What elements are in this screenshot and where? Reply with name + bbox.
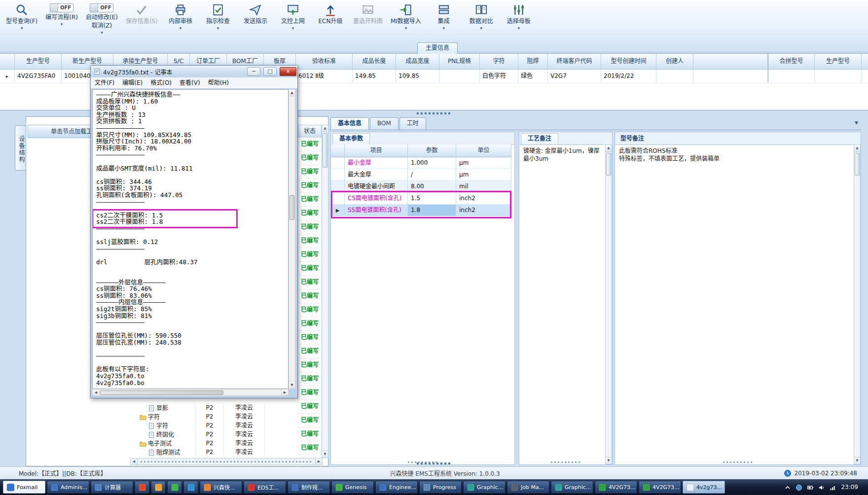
notepad-text-area[interactable]: ————广州兴森快捷拼板信息——成品板厚(MM): 1.60交货单位 : U生产… bbox=[92, 89, 289, 389]
scroll-down-icon[interactable]: ▼ bbox=[289, 382, 295, 389]
tray-battery-icon[interactable] bbox=[807, 484, 814, 491]
taskbar-button-graphic1[interactable]: Graphic... bbox=[463, 481, 506, 494]
param-value-cell[interactable]: 8.00 bbox=[408, 181, 456, 193]
status-value[interactable]: 已编写 bbox=[298, 262, 322, 276]
dropdown-caret-icon[interactable]: ▾ bbox=[292, 26, 294, 30]
tray-ime-icon[interactable] bbox=[796, 484, 802, 491]
minimize-button[interactable]: − bbox=[247, 67, 260, 76]
status-value[interactable]: 已编写 bbox=[298, 248, 322, 262]
param-item-cell[interactable]: 最大金厚 bbox=[345, 169, 408, 181]
dropdown-caret-icon[interactable]: ▾ bbox=[61, 22, 63, 26]
tab-工时[interactable]: 工时 bbox=[399, 117, 426, 130]
grid-cell[interactable] bbox=[656, 70, 693, 83]
tab-device-structure[interactable]: 设备结构 bbox=[15, 125, 26, 171]
param-unit-cell[interactable]: μm bbox=[456, 157, 511, 169]
taskbar-button-foxmail[interactable]: Foxmail bbox=[3, 481, 45, 494]
scroll-left-icon[interactable]: ◀ bbox=[93, 389, 100, 395]
param-unit-cell[interactable]: inch2 bbox=[456, 205, 511, 216]
status-column-header[interactable]: 状态 bbox=[298, 125, 322, 138]
grid-col-header[interactable] bbox=[0, 54, 15, 70]
menu-item[interactable]: 格式(O) bbox=[146, 78, 176, 88]
taskbar-button-zhizuo[interactable]: 制作规... bbox=[288, 481, 330, 494]
taskbar-button-browser-red[interactable] bbox=[135, 481, 149, 494]
status-value[interactable]: 已编写 bbox=[298, 317, 322, 331]
status-value[interactable]: 已编写 bbox=[298, 331, 322, 345]
dropdown-caret-icon[interactable]: ▾ bbox=[217, 26, 219, 30]
param-unit-cell[interactable]: inch2 bbox=[456, 193, 511, 205]
params-col-header[interactable]: 参数 bbox=[408, 144, 456, 157]
param-value-cell[interactable]: 1.8 bbox=[408, 205, 456, 216]
grid-cell[interactable]: 6012 Ⅱ级 bbox=[296, 70, 353, 83]
param-item-cell[interactable]: SS面电镀面积(含孔) bbox=[345, 205, 408, 216]
tray-expand-icon[interactable] bbox=[784, 484, 791, 491]
dropdown-caret-icon[interactable]: ▾ bbox=[21, 26, 23, 30]
status-value[interactable]: 已编写 bbox=[298, 386, 322, 400]
grid-cell[interactable]: 4V2G735FA0 bbox=[15, 70, 62, 83]
status-value[interactable]: 已编写 bbox=[298, 345, 322, 358]
taskbar-button-graphic2[interactable]: Graphic... bbox=[551, 481, 593, 494]
menu-item[interactable]: 文件(F) bbox=[91, 78, 118, 88]
tree-node[interactable]: 电子测试P2李凌云 bbox=[131, 439, 298, 448]
taskbar-button-genesis[interactable]: Genesis bbox=[331, 481, 374, 494]
taskbar-button-eds[interactable]: EDS工... bbox=[244, 481, 286, 494]
grid-col-header[interactable]: 终端客户代码 bbox=[548, 54, 601, 70]
grid-cell[interactable] bbox=[768, 70, 815, 83]
taskbar-button-admin[interactable]: Adminis... bbox=[47, 481, 89, 494]
tab-main-info[interactable]: 主要信息 bbox=[417, 42, 458, 54]
toolbar-button-internal-audit[interactable]: 内部审核▾ bbox=[166, 3, 195, 30]
status-value[interactable]: 已编写 bbox=[298, 400, 322, 414]
status-value[interactable]: 已编写 bbox=[298, 372, 322, 386]
param-value-cell[interactable]: 1.5 bbox=[408, 193, 456, 205]
vertical-scrollbar[interactable]: ▲▼ bbox=[854, 144, 861, 464]
taskbar-button-qq[interactable] bbox=[167, 481, 182, 494]
scroll-right-icon[interactable]: ▶ bbox=[315, 459, 322, 464]
tree-node[interactable]: 字符P2李凌云 bbox=[131, 413, 298, 422]
tray-clock[interactable]: 23:09 bbox=[841, 484, 858, 491]
grid-cell[interactable] bbox=[439, 70, 480, 83]
vertical-scrollbar[interactable]: ▲▼ bbox=[322, 125, 328, 458]
toolbar-button-data-compare[interactable]: 数据对比▾ bbox=[467, 3, 496, 30]
grid-cell[interactable]: ▸ bbox=[0, 70, 15, 83]
chevron-down-icon[interactable]: ▼ bbox=[855, 120, 858, 125]
params-col-header[interactable]: 单位 bbox=[456, 144, 511, 157]
params-row[interactable]: 最大金厚/μm bbox=[331, 169, 514, 181]
scroll-thumb[interactable] bbox=[323, 133, 327, 168]
status-value[interactable]: 已编写 bbox=[298, 207, 322, 220]
tab-基本信息[interactable]: 基本信息 bbox=[330, 117, 369, 130]
scroll-right-icon[interactable]: ▶ bbox=[281, 389, 288, 395]
toolbar-button-integrate[interactable]: 集成▾ bbox=[429, 3, 459, 30]
taskbar-button-jobman[interactable]: Job Ma... bbox=[507, 481, 549, 494]
params-row[interactable]: CS面电镀面积(含孔)1.5inch2 bbox=[331, 193, 514, 205]
scroll-up-icon[interactable]: ▲ bbox=[322, 125, 328, 132]
tab-BOM[interactable]: BOM bbox=[370, 117, 398, 130]
grid-col-header[interactable]: 生产型号 bbox=[15, 54, 62, 70]
tree-node[interactable]: 终固化P2李凌云 bbox=[131, 430, 298, 439]
dropdown-caret-icon[interactable]: ▾ bbox=[443, 26, 445, 30]
scroll-up-icon[interactable]: ▲ bbox=[289, 90, 295, 97]
toggle-off-switch[interactable]: OFF bbox=[50, 3, 73, 12]
menu-item[interactable]: 帮助(H) bbox=[204, 78, 233, 88]
toolbar-button-instruction-check[interactable]: 指示检查▾ bbox=[203, 3, 233, 30]
scroll-thumb[interactable] bbox=[606, 153, 611, 176]
grid-col-header[interactable]: 成品长度 bbox=[353, 54, 396, 70]
menu-item[interactable]: 编辑(E) bbox=[118, 78, 146, 88]
hscroll-grip[interactable] bbox=[551, 461, 580, 463]
notepad-titlebar[interactable]: 4v2g735fa0.txt - 记事本 − □ × bbox=[91, 66, 297, 77]
status-value[interactable]: 已编写 bbox=[298, 276, 322, 289]
taskbar-button-notepad-task[interactable]: 4v2g73... bbox=[683, 481, 725, 494]
status-value[interactable]: 已编写 bbox=[298, 138, 322, 151]
toolbar-button-start-modify[interactable]: OFF启动修改(E)取消(Z)▾ bbox=[86, 3, 118, 35]
dropdown-caret-icon[interactable]: ▾ bbox=[101, 31, 103, 35]
grid-col-header[interactable]: PNL规格 bbox=[439, 54, 480, 70]
grid-cell[interactable] bbox=[815, 70, 862, 83]
param-item-cell[interactable]: CS面电镀面积(含孔) bbox=[345, 193, 408, 205]
vertical-scrollbar[interactable]: ▲▼ bbox=[605, 144, 612, 464]
taskbar-button-xingsen[interactable]: 兴森快... bbox=[200, 481, 242, 494]
toolbar-button-send-instruction[interactable]: 发送指示 bbox=[241, 3, 270, 25]
status-value[interactable]: 已编写 bbox=[298, 427, 322, 441]
params-row[interactable]: ▶SS面电镀面积(含孔)1.8inch2 bbox=[331, 205, 514, 216]
status-value[interactable]: 已编写 bbox=[298, 289, 322, 303]
status-value[interactable]: 已编写 bbox=[298, 358, 322, 372]
tree-node[interactable]: 阻焊测试P2李凌云 bbox=[131, 448, 298, 457]
param-item-cell[interactable]: 电镀硬金最小间距 bbox=[345, 181, 408, 193]
